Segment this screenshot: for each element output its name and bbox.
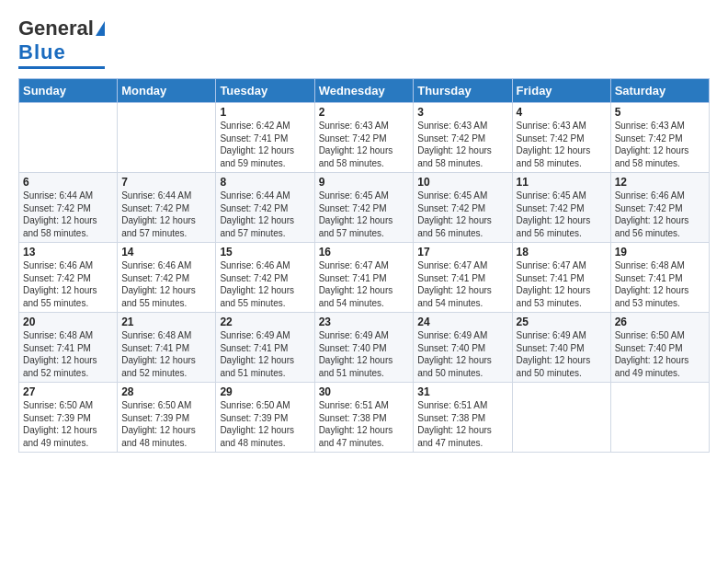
day-detail: Sunrise: 6:42 AMSunset: 7:41 PMDaylight:…: [220, 120, 310, 169]
day-number: 9: [319, 176, 410, 189]
day-detail: Sunrise: 6:43 AMSunset: 7:42 PMDaylight:…: [417, 120, 507, 169]
calendar-cell: 7Sunrise: 6:44 AMSunset: 7:42 PMDaylight…: [118, 173, 216, 243]
day-number: 2: [319, 106, 410, 119]
calendar-week-row: 13Sunrise: 6:46 AMSunset: 7:42 PMDayligh…: [19, 243, 710, 313]
calendar-cell: 15Sunrise: 6:46 AMSunset: 7:42 PMDayligh…: [216, 243, 314, 313]
calendar-cell: 24Sunrise: 6:49 AMSunset: 7:40 PMDayligh…: [414, 313, 512, 383]
day-detail: Sunrise: 6:46 AMSunset: 7:42 PMDaylight:…: [23, 259, 113, 309]
calendar-header-thursday: Thursday: [414, 79, 512, 103]
calendar-cell: 27Sunrise: 6:50 AMSunset: 7:39 PMDayligh…: [19, 383, 118, 453]
calendar-table: SundayMondayTuesdayWednesdayThursdayFrid…: [18, 78, 710, 453]
day-number: 27: [23, 385, 113, 398]
calendar-cell: 14Sunrise: 6:46 AMSunset: 7:42 PMDayligh…: [118, 243, 216, 313]
calendar-cell: 26Sunrise: 6:50 AMSunset: 7:40 PMDayligh…: [610, 313, 709, 383]
calendar-cell: 4Sunrise: 6:43 AMSunset: 7:42 PMDaylight…: [512, 103, 610, 173]
calendar-cell: [19, 103, 118, 173]
calendar-cell: 29Sunrise: 6:50 AMSunset: 7:39 PMDayligh…: [216, 383, 314, 453]
calendar-cell: 28Sunrise: 6:50 AMSunset: 7:39 PMDayligh…: [118, 383, 216, 453]
day-detail: Sunrise: 6:44 AMSunset: 7:42 PMDaylight:…: [23, 190, 113, 239]
logo-blue: Blue: [18, 40, 66, 64]
day-detail: Sunrise: 6:49 AMSunset: 7:41 PMDaylight:…: [220, 329, 310, 379]
day-number: 6: [23, 176, 113, 189]
day-detail: Sunrise: 6:47 AMSunset: 7:41 PMDaylight:…: [319, 259, 410, 309]
calendar-cell: 6Sunrise: 6:44 AMSunset: 7:42 PMDaylight…: [19, 173, 118, 243]
day-detail: Sunrise: 6:47 AMSunset: 7:41 PMDaylight:…: [417, 259, 507, 309]
day-number: 20: [23, 316, 113, 328]
calendar-cell: 8Sunrise: 6:44 AMSunset: 7:42 PMDaylight…: [216, 173, 314, 243]
calendar-cell: 3Sunrise: 6:43 AMSunset: 7:42 PMDaylight…: [414, 103, 512, 173]
calendar-cell: 11Sunrise: 6:45 AMSunset: 7:42 PMDayligh…: [512, 173, 610, 243]
day-number: 21: [121, 316, 211, 328]
calendar-week-row: 6Sunrise: 6:44 AMSunset: 7:42 PMDaylight…: [19, 173, 710, 243]
day-detail: Sunrise: 6:49 AMSunset: 7:40 PMDaylight:…: [417, 329, 507, 379]
calendar-cell: [118, 103, 216, 173]
day-number: 12: [615, 176, 705, 189]
calendar-cell: 5Sunrise: 6:43 AMSunset: 7:42 PMDaylight…: [610, 103, 709, 173]
day-number: 28: [121, 385, 211, 398]
day-detail: Sunrise: 6:48 AMSunset: 7:41 PMDaylight:…: [121, 329, 211, 379]
calendar-header-tuesday: Tuesday: [216, 79, 314, 103]
calendar-cell: 22Sunrise: 6:49 AMSunset: 7:41 PMDayligh…: [216, 313, 314, 383]
calendar-cell: 17Sunrise: 6:47 AMSunset: 7:41 PMDayligh…: [414, 243, 512, 313]
calendar-cell: 21Sunrise: 6:48 AMSunset: 7:41 PMDayligh…: [118, 313, 216, 383]
calendar-header-friday: Friday: [512, 79, 610, 103]
day-detail: Sunrise: 6:44 AMSunset: 7:42 PMDaylight:…: [121, 190, 211, 239]
day-detail: Sunrise: 6:45 AMSunset: 7:42 PMDaylight:…: [517, 190, 607, 239]
calendar-cell: 30Sunrise: 6:51 AMSunset: 7:38 PMDayligh…: [314, 383, 414, 453]
day-number: 23: [319, 316, 410, 328]
day-detail: Sunrise: 6:48 AMSunset: 7:41 PMDaylight:…: [615, 259, 705, 309]
day-number: 24: [417, 316, 507, 328]
day-number: 19: [615, 246, 705, 259]
day-detail: Sunrise: 6:44 AMSunset: 7:42 PMDaylight:…: [220, 190, 310, 239]
day-detail: Sunrise: 6:43 AMSunset: 7:42 PMDaylight:…: [319, 120, 410, 169]
calendar-week-row: 27Sunrise: 6:50 AMSunset: 7:39 PMDayligh…: [19, 383, 710, 453]
calendar-cell: 20Sunrise: 6:48 AMSunset: 7:41 PMDayligh…: [19, 313, 118, 383]
day-detail: Sunrise: 6:49 AMSunset: 7:40 PMDaylight:…: [319, 329, 410, 379]
logo-underline: [18, 66, 105, 69]
day-number: 31: [417, 385, 507, 398]
day-detail: Sunrise: 6:45 AMSunset: 7:42 PMDaylight:…: [319, 190, 410, 239]
day-number: 25: [517, 316, 607, 328]
calendar-header-monday: Monday: [118, 79, 216, 103]
day-number: 5: [615, 106, 705, 119]
day-number: 29: [220, 385, 310, 398]
day-detail: Sunrise: 6:45 AMSunset: 7:42 PMDaylight:…: [417, 190, 507, 239]
logo-triangle-icon: [96, 21, 105, 36]
logo-general: General: [18, 17, 94, 40]
day-number: 11: [517, 176, 607, 189]
day-detail: Sunrise: 6:51 AMSunset: 7:38 PMDaylight:…: [319, 399, 410, 449]
calendar-cell: 10Sunrise: 6:45 AMSunset: 7:42 PMDayligh…: [414, 173, 512, 243]
calendar-cell: 16Sunrise: 6:47 AMSunset: 7:41 PMDayligh…: [314, 243, 414, 313]
day-number: 22: [220, 316, 310, 328]
calendar-header-saturday: Saturday: [610, 79, 709, 103]
day-detail: Sunrise: 6:43 AMSunset: 7:42 PMDaylight:…: [615, 120, 705, 169]
day-number: 26: [615, 316, 705, 328]
logo: General Blue: [18, 17, 105, 69]
calendar-week-row: 20Sunrise: 6:48 AMSunset: 7:41 PMDayligh…: [19, 313, 710, 383]
calendar-cell: 31Sunrise: 6:51 AMSunset: 7:38 PMDayligh…: [414, 383, 512, 453]
day-detail: Sunrise: 6:50 AMSunset: 7:39 PMDaylight:…: [23, 399, 113, 449]
day-number: 4: [517, 106, 607, 119]
day-number: 13: [23, 246, 113, 259]
calendar-cell: 1Sunrise: 6:42 AMSunset: 7:41 PMDaylight…: [216, 103, 314, 173]
calendar-cell: 2Sunrise: 6:43 AMSunset: 7:42 PMDaylight…: [314, 103, 414, 173]
day-number: 1: [220, 106, 310, 119]
day-detail: Sunrise: 6:46 AMSunset: 7:42 PMDaylight:…: [121, 259, 211, 309]
day-number: 7: [121, 176, 211, 189]
day-number: 3: [417, 106, 507, 119]
day-detail: Sunrise: 6:51 AMSunset: 7:38 PMDaylight:…: [417, 399, 507, 449]
day-detail: Sunrise: 6:50 AMSunset: 7:39 PMDaylight:…: [121, 399, 211, 449]
page: General Blue SundayMondayTuesdayWednesda…: [0, 0, 728, 563]
calendar-cell: 13Sunrise: 6:46 AMSunset: 7:42 PMDayligh…: [19, 243, 118, 313]
header: General Blue: [18, 17, 710, 69]
calendar-week-row: 1Sunrise: 6:42 AMSunset: 7:41 PMDaylight…: [19, 103, 710, 173]
day-detail: Sunrise: 6:50 AMSunset: 7:40 PMDaylight:…: [615, 329, 705, 379]
day-detail: Sunrise: 6:46 AMSunset: 7:42 PMDaylight:…: [220, 259, 310, 309]
day-number: 14: [121, 246, 211, 259]
calendar-header-sunday: Sunday: [19, 79, 118, 103]
calendar-header-row: SundayMondayTuesdayWednesdayThursdayFrid…: [19, 79, 710, 103]
day-number: 16: [319, 246, 410, 259]
calendar-header-wednesday: Wednesday: [314, 79, 414, 103]
calendar-cell: 23Sunrise: 6:49 AMSunset: 7:40 PMDayligh…: [314, 313, 414, 383]
day-detail: Sunrise: 6:48 AMSunset: 7:41 PMDaylight:…: [23, 329, 113, 379]
